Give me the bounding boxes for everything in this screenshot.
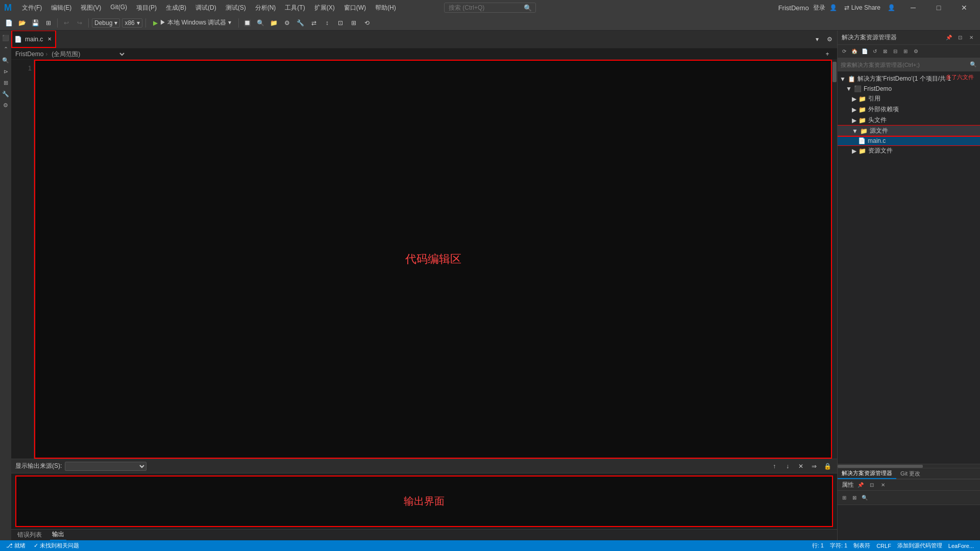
- live-share-button[interactable]: ⇄ Live Share: [841, 3, 884, 12]
- editor-tab-main-c[interactable]: 📄 main.c ✕: [11, 31, 56, 48]
- tab-list-button[interactable]: ▾: [812, 34, 823, 45]
- menu-test[interactable]: 测试(S): [222, 3, 250, 13]
- sol-collapse-button[interactable]: ⊟: [891, 47, 900, 56]
- tab-error-list[interactable]: 错误列表: [15, 530, 44, 541]
- status-line-ending[interactable]: CRLF: [874, 540, 893, 551]
- status-char[interactable]: 字符: 1: [828, 540, 849, 551]
- horizontal-scrollbar[interactable]: [838, 464, 980, 468]
- menu-edit[interactable]: 编辑(E): [47, 3, 76, 13]
- menu-git[interactable]: Git(G): [106, 3, 131, 13]
- maximize-button[interactable]: □: [927, 0, 950, 15]
- new-file-button[interactable]: 📄: [3, 17, 14, 29]
- redo-button[interactable]: ↪: [74, 17, 85, 29]
- sol-new-button[interactable]: 📄: [860, 47, 869, 56]
- menu-extensions[interactable]: 扩展(X): [310, 3, 339, 13]
- breadcrumb-collapse-button[interactable]: +: [822, 48, 833, 60]
- login-button[interactable]: 登录: [813, 4, 825, 12]
- global-search-input[interactable]: [444, 3, 536, 13]
- menu-view[interactable]: 视图(V): [77, 3, 105, 13]
- run-debugger-button[interactable]: ▶ ▶ 本地 Windows 调试器 ▾: [149, 17, 235, 28]
- open-button[interactable]: 📂: [16, 17, 28, 29]
- menu-build[interactable]: 生成(B): [162, 3, 190, 13]
- user-profile-icon[interactable]: 👤: [888, 4, 895, 11]
- sol-home-button[interactable]: 🏠: [850, 47, 859, 56]
- panel-close-button[interactable]: ✕: [967, 33, 976, 42]
- tab-settings-button[interactable]: ⚙: [824, 34, 835, 45]
- tree-references[interactable]: ▶ 📁 引用: [838, 93, 980, 104]
- menu-tools[interactable]: 工具(T): [281, 3, 309, 13]
- platform-dropdown[interactable]: x86 ▾: [122, 18, 142, 28]
- scrollbar-thumb[interactable]: [832, 62, 837, 82]
- tab-output[interactable]: 输出: [50, 530, 66, 541]
- tree-project-fristdemo[interactable]: ▼ ⬛ FristDemo: [838, 84, 980, 93]
- output-lock-scroll[interactable]: 🔒: [822, 461, 833, 472]
- prop-search-button[interactable]: 🔍: [860, 493, 869, 503]
- tree-header-files[interactable]: ▶ 📁 头文件: [838, 115, 980, 126]
- output-word-wrap[interactable]: ⇒: [808, 461, 820, 472]
- sol-sync-button[interactable]: ⟳: [840, 47, 849, 56]
- sol-filter-button[interactable]: ⊠: [880, 47, 890, 56]
- tree-source-files[interactable]: ▼ 📁 源文件: [838, 126, 980, 136]
- output-scroll-bottom[interactable]: ↓: [782, 461, 793, 472]
- save-all-button[interactable]: ⊞: [43, 17, 54, 29]
- activity-git[interactable]: ⌃: [1, 44, 11, 54]
- breadcrumb-project[interactable]: FristDemo: [15, 51, 43, 58]
- output-source-dropdown[interactable]: [65, 462, 146, 471]
- toolbar-extra-6[interactable]: ⇄: [308, 17, 320, 29]
- menu-help[interactable]: 帮助(H): [371, 3, 400, 13]
- menu-debug[interactable]: 调试(D): [191, 3, 220, 13]
- save-button[interactable]: 💾: [30, 17, 41, 29]
- prop-grid-button[interactable]: ⊞: [840, 493, 849, 503]
- activity-search[interactable]: 🔍: [1, 55, 11, 65]
- code-editor-area[interactable]: 1 代码编辑区: [11, 60, 837, 459]
- sol-settings-button[interactable]: ⚙: [911, 47, 920, 56]
- status-platform[interactable]: LeaFore...: [946, 540, 976, 551]
- activity-debug[interactable]: ⊳: [1, 66, 11, 77]
- toolbar-extra-4[interactable]: ⚙: [282, 17, 293, 29]
- status-no-errors[interactable]: ✓ 未找到相关问题: [32, 540, 81, 551]
- sol-tab-explorer[interactable]: 解决方案资源管理器: [838, 468, 896, 479]
- toolbar-extra-5[interactable]: 🔧: [295, 17, 306, 29]
- prop-pin-button[interactable]: 📌: [856, 481, 865, 490]
- sol-tab-git[interactable]: Git 更改: [896, 468, 924, 479]
- menu-project[interactable]: 项目(P): [132, 3, 161, 13]
- status-row-col[interactable]: 行: 1: [810, 540, 826, 551]
- menu-analyze[interactable]: 分析(N): [251, 3, 280, 13]
- tree-external-deps[interactable]: ▶ 📁 外部依赖项: [838, 104, 980, 115]
- panel-float-button[interactable]: ⊡: [955, 33, 965, 42]
- sol-show-all-button[interactable]: ⊞: [901, 47, 910, 56]
- prop-float-button[interactable]: ⊡: [867, 481, 876, 490]
- sol-refresh-button[interactable]: ↺: [870, 47, 879, 56]
- activity-explorer[interactable]: ⬛: [1, 33, 11, 43]
- toolbar-extra-1[interactable]: 🔲: [242, 17, 253, 29]
- activity-extensions[interactable]: ⊞: [1, 78, 11, 88]
- prop-close-button[interactable]: ✕: [878, 481, 888, 490]
- debug-config-dropdown[interactable]: Debug ▾: [92, 18, 120, 28]
- tree-main-c[interactable]: 📄 main.c: [838, 136, 980, 145]
- minimize-button[interactable]: ─: [901, 0, 925, 15]
- status-add-source[interactable]: 添加到源代码管理: [895, 540, 944, 551]
- menu-window[interactable]: 窗口(W): [340, 3, 370, 13]
- menu-file[interactable]: 文件(F): [18, 3, 46, 13]
- solution-search-input[interactable]: [841, 62, 970, 68]
- scope-dropdown[interactable]: (全局范围): [50, 50, 126, 58]
- toolbar-extra-9[interactable]: ⊞: [348, 17, 359, 29]
- vertical-scrollbar[interactable]: [832, 60, 837, 459]
- code-editor[interactable]: 代码编辑区: [34, 60, 832, 459]
- prop-sort-button[interactable]: ⊠: [850, 493, 859, 503]
- panel-pin-button[interactable]: 📌: [944, 33, 953, 42]
- status-git-branch[interactable]: ⎇ 就绪: [4, 540, 28, 551]
- tab-close-button[interactable]: ✕: [46, 36, 53, 43]
- toolbar-extra-8[interactable]: ⊡: [335, 17, 346, 29]
- tree-resource-files[interactable]: ▶ 📁 资源文件: [838, 145, 980, 156]
- toolbar-extra-7[interactable]: ↕: [322, 17, 333, 29]
- toolbar-extra-10[interactable]: ⟲: [361, 17, 373, 29]
- close-button[interactable]: ✕: [952, 0, 976, 15]
- output-clear[interactable]: ✕: [795, 461, 806, 472]
- undo-button[interactable]: ↩: [61, 17, 72, 29]
- activity-settings[interactable]: ⚙: [1, 100, 11, 110]
- activity-tools[interactable]: 🔧: [1, 89, 11, 99]
- toolbar-extra-3[interactable]: 📁: [268, 17, 280, 29]
- output-scroll-top[interactable]: ↑: [769, 461, 780, 472]
- toolbar-extra-2[interactable]: 🔍: [255, 17, 266, 29]
